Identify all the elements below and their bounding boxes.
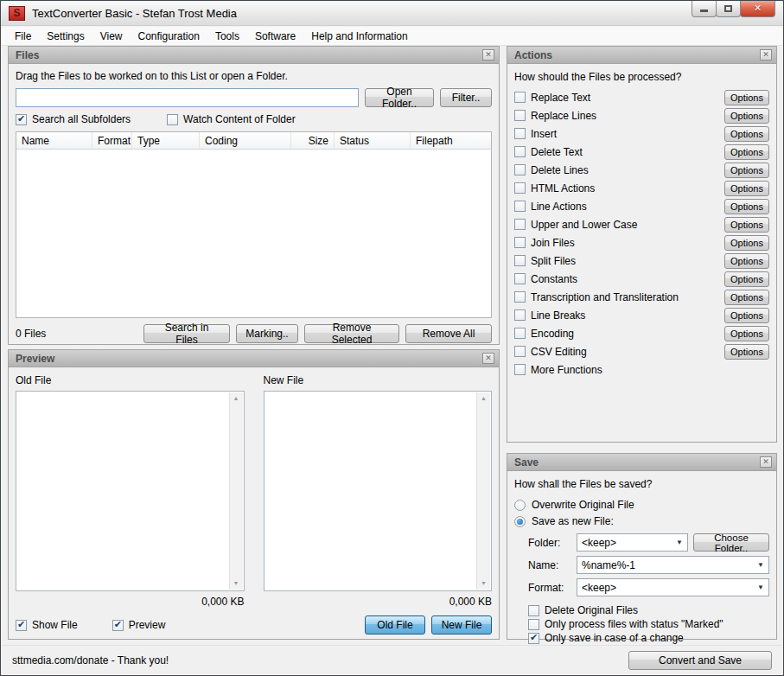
choose-folder-button[interactable]: Choose Folder.. — [693, 533, 769, 552]
column-header-status[interactable]: Status — [335, 132, 411, 149]
search-subfolders-checkbox-box[interactable] — [16, 114, 27, 125]
only-marked-checkbox[interactable]: Only process files with status "Marked" — [528, 617, 769, 631]
scroll-up-icon[interactable]: ▲ — [230, 392, 243, 405]
column-header-type[interactable]: Type — [132, 132, 200, 149]
watch-folder-checkbox[interactable]: Watch Content of Folder — [167, 113, 296, 125]
new-file-textarea[interactable]: ▲ ▼ — [264, 391, 493, 591]
close-button[interactable]: ✕ — [740, 1, 775, 17]
options-button[interactable]: Options — [724, 144, 769, 160]
search-in-files-button[interactable]: Search in Files — [143, 324, 230, 343]
action-checkbox-box[interactable] — [514, 182, 526, 194]
remove-selected-button[interactable]: Remove Selected — [304, 324, 399, 343]
actions-question: How should the Files be processed? — [514, 71, 769, 83]
action-checkbox-box[interactable] — [514, 273, 526, 284]
action-checkbox-box[interactable] — [514, 364, 526, 375]
action-checkbox-box[interactable] — [514, 346, 526, 357]
show-file-checkbox-box[interactable] — [16, 620, 27, 631]
options-button[interactable]: Options — [724, 326, 769, 341]
action-checkbox-box[interactable] — [514, 237, 526, 248]
file-list-table[interactable]: Name Format Type Coding Size Status File… — [16, 131, 492, 318]
menu-settings[interactable]: Settings — [39, 28, 92, 45]
column-header-coding[interactable]: Coding — [200, 132, 291, 149]
filter-button[interactable]: Filter.. — [440, 88, 492, 107]
menu-view[interactable]: View — [92, 28, 131, 45]
save-as-new-radio[interactable]: Save as new File: — [514, 513, 769, 529]
overwrite-original-radio-button[interactable] — [514, 500, 526, 511]
maximize-button[interactable] — [716, 1, 741, 17]
options-button[interactable]: Options — [724, 235, 769, 251]
menu-help[interactable]: Help and Information — [303, 28, 415, 45]
menu-file[interactable]: File — [7, 28, 39, 45]
actions-panel-close-icon[interactable]: ✕ — [760, 49, 772, 61]
action-checkbox-box[interactable] — [514, 291, 526, 303]
action-checkbox-box[interactable] — [514, 201, 526, 212]
column-header-filepath[interactable]: Filepath — [411, 132, 491, 149]
old-file-button[interactable]: Old File — [365, 615, 425, 635]
delete-originals-checkbox-box[interactable] — [528, 605, 539, 616]
actions-panel-header: Actions ✕ — [507, 47, 776, 64]
action-checkbox-box[interactable] — [514, 128, 526, 139]
action-label: Join Files — [531, 237, 575, 249]
scroll-up-icon[interactable]: ▲ — [477, 392, 490, 405]
column-header-name[interactable]: Name — [16, 132, 92, 149]
action-checkbox-box[interactable] — [514, 164, 526, 175]
overwrite-original-radio[interactable]: Overwrite Original File — [514, 497, 769, 513]
action-checkbox-box[interactable] — [514, 110, 526, 121]
action-checkbox-box[interactable] — [514, 255, 526, 266]
menu-tools[interactable]: Tools — [207, 28, 247, 45]
options-button[interactable]: Options — [724, 344, 769, 360]
options-button[interactable]: Options — [724, 126, 769, 142]
marking-button[interactable]: Marking.. — [236, 324, 298, 343]
save-as-new-label: Save as new File: — [532, 515, 614, 527]
show-file-checkbox[interactable]: Show File — [16, 619, 78, 631]
preview-panel-close-icon[interactable]: ✕ — [482, 353, 494, 364]
options-button[interactable]: Options — [724, 90, 769, 105]
options-button[interactable]: Options — [724, 253, 769, 269]
action-row: ConstantsOptions — [514, 270, 769, 288]
save-as-new-radio-button[interactable] — [514, 516, 526, 527]
column-header-format[interactable]: Format — [92, 132, 132, 149]
preview-checkbox-box[interactable] — [112, 620, 124, 631]
preview-checkbox[interactable]: Preview — [112, 619, 166, 631]
action-checkbox-box[interactable] — [514, 309, 526, 321]
remove-all-button[interactable]: Remove All — [405, 324, 492, 343]
only-marked-checkbox-box[interactable] — [528, 619, 539, 630]
minimize-button[interactable] — [692, 1, 717, 17]
preview-panel-header: Preview ✕ — [9, 350, 499, 367]
folder-dropdown[interactable]: <keep> ▼ — [577, 533, 688, 552]
delete-originals-checkbox[interactable]: Delete Original Files — [528, 603, 769, 617]
save-panel-close-icon[interactable]: ✕ — [760, 456, 772, 468]
open-folder-button[interactable]: Open Folder.. — [365, 88, 434, 107]
scroll-down-icon[interactable]: ▼ — [477, 577, 490, 590]
files-panel-close-icon[interactable]: ✕ — [482, 49, 494, 61]
old-file-scrollbar[interactable]: ▲ ▼ — [229, 392, 243, 590]
options-button[interactable]: Options — [724, 308, 769, 323]
action-checkbox-box[interactable] — [514, 328, 526, 339]
convert-and-save-button[interactable]: Convert and Save — [628, 651, 772, 670]
options-button[interactable]: Options — [724, 199, 769, 214]
options-button[interactable]: Options — [724, 271, 769, 287]
options-button[interactable]: Options — [724, 217, 769, 233]
options-button[interactable]: Options — [724, 181, 769, 196]
folder-path-input[interactable] — [16, 88, 359, 107]
action-checkbox-box[interactable] — [514, 146, 526, 157]
menu-software[interactable]: Software — [247, 28, 303, 45]
action-label: Split Files — [531, 255, 576, 267]
format-dropdown[interactable]: <keep> ▼ — [577, 578, 769, 596]
search-subfolders-checkbox[interactable]: Search all Subfolders — [16, 113, 131, 125]
action-checkbox-box[interactable] — [514, 92, 526, 103]
options-button[interactable]: Options — [724, 290, 769, 305]
only-changed-checkbox[interactable]: Only save in case of a change — [528, 631, 769, 645]
watch-folder-checkbox-box[interactable] — [167, 114, 178, 125]
column-header-size[interactable]: Size — [291, 132, 335, 149]
old-file-textarea[interactable]: ▲ ▼ — [16, 391, 245, 591]
new-file-scrollbar[interactable]: ▲ ▼ — [476, 392, 490, 590]
options-button[interactable]: Options — [724, 163, 769, 178]
only-changed-checkbox-box[interactable] — [528, 633, 539, 644]
scroll-down-icon[interactable]: ▼ — [230, 577, 243, 590]
new-file-button[interactable]: New File — [431, 615, 492, 635]
options-button[interactable]: Options — [724, 108, 769, 124]
name-dropdown[interactable]: %name%-1 ▼ — [577, 556, 769, 574]
action-checkbox-box[interactable] — [514, 219, 526, 230]
menu-configuration[interactable]: Configuration — [131, 28, 207, 45]
